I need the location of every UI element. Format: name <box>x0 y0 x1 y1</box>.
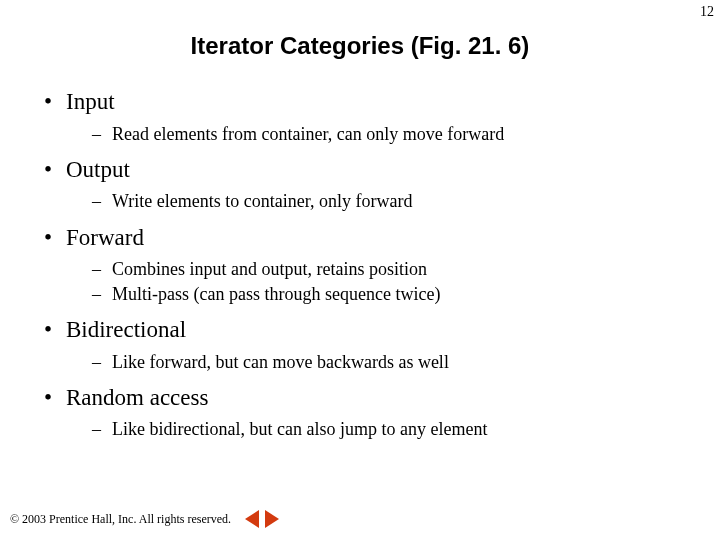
page-number: 12 <box>700 4 714 20</box>
sub-label: Multi-pass (can pass through sequence tw… <box>112 284 440 304</box>
bullet-icon: • <box>44 224 66 252</box>
sub-list: –Like forward, but can move backwards as… <box>92 350 700 374</box>
item-label: Output <box>66 157 130 182</box>
list-item: –Read elements from container, can only … <box>92 122 700 146</box>
prev-slide-icon[interactable] <box>245 510 259 528</box>
list-item: –Multi-pass (can pass through sequence t… <box>92 282 700 306</box>
sub-label: Like bidirectional, but can also jump to… <box>112 419 487 439</box>
dash-icon: – <box>92 282 112 306</box>
bullet-icon: • <box>44 384 66 412</box>
sub-label: Write elements to container, only forwar… <box>112 191 412 211</box>
sub-label: Combines input and output, retains posit… <box>112 259 427 279</box>
list-item: –Write elements to container, only forwa… <box>92 189 700 213</box>
dash-icon: – <box>92 122 112 146</box>
list-item: •Output <box>44 156 700 184</box>
sub-list: –Write elements to container, only forwa… <box>92 189 700 213</box>
next-slide-icon[interactable] <box>265 510 279 528</box>
list-item: –Like forward, but can move backwards as… <box>92 350 700 374</box>
list-item: •Forward <box>44 224 700 252</box>
sub-list: –Combines input and output, retains posi… <box>92 257 700 306</box>
bullet-icon: • <box>44 316 66 344</box>
bullet-icon: • <box>44 156 66 184</box>
dash-icon: – <box>92 189 112 213</box>
bullet-icon: • <box>44 88 66 116</box>
item-label: Input <box>66 89 115 114</box>
content-body: •Input –Read elements from container, ca… <box>0 88 720 442</box>
list-item: •Random access <box>44 384 700 412</box>
item-label: Random access <box>66 385 208 410</box>
list-item: •Input <box>44 88 700 116</box>
dash-icon: – <box>92 350 112 374</box>
footer: © 2003 Prentice Hall, Inc. All rights re… <box>10 510 279 528</box>
sub-label: Like forward, but can move backwards as … <box>112 352 449 372</box>
dash-icon: – <box>92 257 112 281</box>
copyright-text: © 2003 Prentice Hall, Inc. All rights re… <box>10 512 231 527</box>
dash-icon: – <box>92 417 112 441</box>
nav-buttons <box>245 510 279 528</box>
item-label: Forward <box>66 225 144 250</box>
list-item: –Like bidirectional, but can also jump t… <box>92 417 700 441</box>
list-item: •Bidirectional <box>44 316 700 344</box>
page-title: Iterator Categories (Fig. 21. 6) <box>0 32 720 60</box>
item-label: Bidirectional <box>66 317 186 342</box>
sub-list: –Read elements from container, can only … <box>92 122 700 146</box>
sub-list: –Like bidirectional, but can also jump t… <box>92 417 700 441</box>
list-item: –Combines input and output, retains posi… <box>92 257 700 281</box>
sub-label: Read elements from container, can only m… <box>112 124 504 144</box>
